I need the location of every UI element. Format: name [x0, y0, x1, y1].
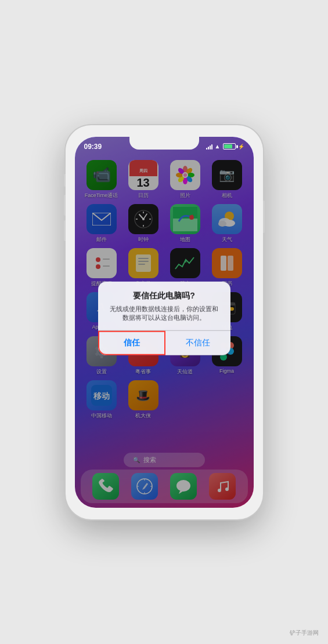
watermark: 铲子手游网: [290, 629, 319, 637]
wifi-icon: ▲: [215, 143, 221, 150]
silent-switch: [64, 174, 66, 187]
dialog-message: 无线或使用数据线连接后，你的设置和数据将可以从这台电脑访问。: [107, 304, 221, 322]
no-trust-button[interactable]: 不信任: [165, 331, 230, 355]
volume-down-button[interactable]: [64, 220, 66, 241]
trust-dialog: 要信任此电脑吗? 无线或使用数据线连接后，你的设置和数据将可以从这台电脑访问。 …: [98, 281, 230, 355]
battery-icon: [223, 143, 236, 150]
notch: [129, 137, 199, 150]
charging-icon: ⚡: [238, 144, 244, 150]
trust-button[interactable]: 信任: [98, 331, 165, 355]
phone-screen: 09:39 ▲ ⚡ 📹 Face: [75, 137, 254, 508]
dialog-buttons: 信任 不信任: [98, 330, 230, 355]
status-time: 09:39: [84, 143, 102, 151]
volume-up-button[interactable]: [64, 195, 66, 216]
power-button[interactable]: [263, 201, 265, 233]
dialog-content: 要信任此电脑吗? 无线或使用数据线连接后，你的设置和数据将可以从这台电脑访问。: [98, 281, 230, 330]
phone-outer: 09:39 ▲ ⚡ 📹 Face: [66, 125, 263, 519]
status-icons: ▲ ⚡: [206, 143, 244, 150]
dialog-title: 要信任此电脑吗?: [107, 290, 221, 301]
signal-icon: [206, 144, 212, 150]
